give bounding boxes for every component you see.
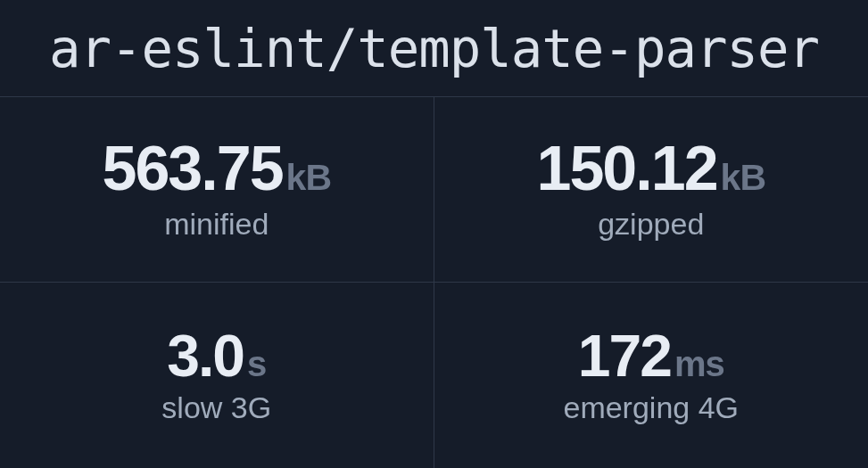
stat-slow-3g: 3.0 s slow 3G: [0, 283, 434, 468]
stat-value: 3.0: [167, 326, 244, 385]
stat-minified: 563.75 kB minified: [0, 97, 434, 283]
stat-value-row: 563.75 kB: [102, 137, 331, 200]
stat-unit: s: [247, 344, 266, 384]
package-name: ar-eslint/template-parser: [49, 18, 819, 79]
stat-unit: ms: [674, 344, 724, 384]
stats-grid: 563.75 kB minified 150.12 kB gzipped 3.0…: [0, 96, 868, 468]
stat-label: slow 3G: [161, 390, 271, 425]
stat-label: emerging 4G: [563, 390, 739, 425]
stat-label: gzipped: [598, 207, 704, 242]
package-title-bar: ar-eslint/template-parser: [0, 0, 868, 96]
stat-value-row: 150.12 kB: [536, 137, 765, 200]
stat-label: minified: [164, 207, 269, 242]
stat-value: 172: [578, 326, 671, 385]
stat-emerging-4g: 172 ms emerging 4G: [434, 283, 869, 468]
stat-value-row: 172 ms: [578, 326, 724, 385]
stat-unit: kB: [721, 157, 765, 199]
stat-unit: kB: [286, 157, 331, 199]
stat-gzipped: 150.12 kB gzipped: [434, 97, 869, 283]
stat-value-row: 3.0 s: [167, 326, 266, 385]
stat-value: 563.75: [102, 137, 282, 200]
stat-value: 150.12: [536, 137, 716, 200]
